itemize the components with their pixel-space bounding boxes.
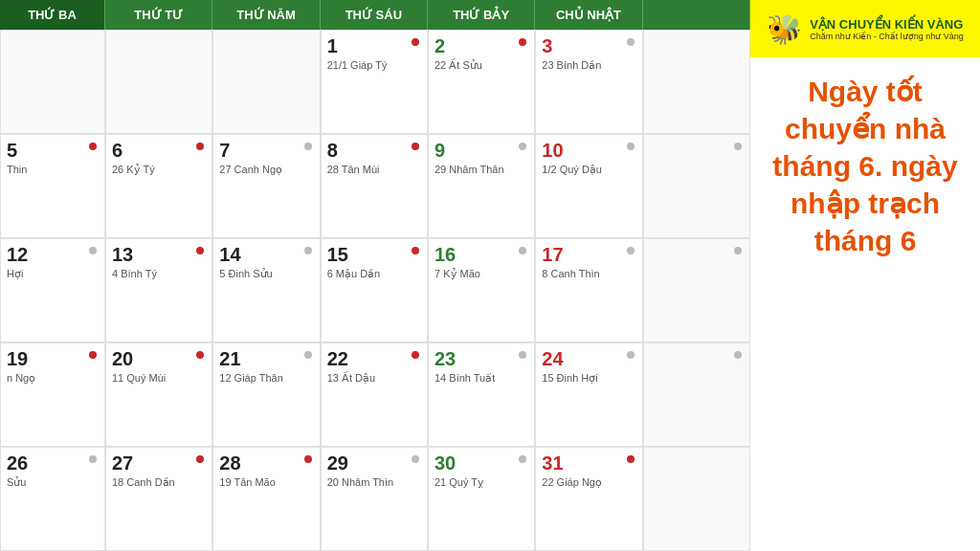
- lunar-date: 14 Bính Tuất: [434, 372, 528, 385]
- lunar-date: n Ngọ: [7, 372, 99, 385]
- logo-area: 🐝 VẬN CHUYỂN KIẾN VÀNG Chăm như Kiến - C…: [750, 0, 980, 57]
- header-thu-ba: THỨ BA: [0, 0, 105, 30]
- day-cell-9: 9 29 Nhâm Thân: [428, 134, 535, 238]
- day-number: 30: [434, 452, 528, 474]
- day-cell-5: 5 Thin: [0, 134, 105, 238]
- lunar-date: 22 Ất Sửu: [434, 59, 528, 72]
- day-number: 31: [542, 452, 635, 474]
- dot-red: [304, 455, 312, 463]
- header-thu-bay: THỨ BẢY: [428, 0, 535, 30]
- dot-gray: [627, 38, 635, 46]
- day-number: 24: [542, 347, 635, 370]
- lunar-date: 29 Nhâm Thân: [434, 164, 528, 175]
- day-number: 26: [7, 452, 99, 474]
- day-number: 14: [219, 243, 313, 266]
- lunar-date: 23 Bính Dần: [542, 59, 635, 72]
- day-cell-empty-end: [643, 447, 750, 551]
- day-number: 2: [434, 34, 528, 57]
- day-cell-15: 15 6 Mậu Dần: [321, 238, 428, 342]
- dot-red: [412, 143, 419, 150]
- lunar-date: 27 Canh Ngọ: [219, 164, 313, 176]
- dot-gray: [734, 143, 742, 150]
- day-cell-3: 3 23 Bính Dần: [535, 30, 642, 134]
- dot-red: [89, 143, 97, 150]
- day-cell-12: 12 Hợi: [0, 238, 105, 342]
- day-cell-empty: [212, 30, 320, 134]
- dot-gray: [734, 351, 742, 359]
- day-cell-18-partial: [643, 238, 750, 342]
- dot-red: [89, 351, 97, 359]
- dot-gray: [412, 455, 419, 463]
- day-cell-2: 2 22 Ất Sửu: [428, 30, 535, 134]
- day-cell-8: 8 28 Tân Mùi: [321, 134, 428, 238]
- dot-gray: [627, 351, 635, 359]
- day-cell-28: 28 19 Tân Mão: [212, 447, 320, 551]
- day-cell-25-partial: [643, 342, 750, 447]
- day-cell-23: 23 14 Bính Tuất: [428, 342, 535, 447]
- logo-subtitle: Chăm như Kiến - Chất lượng như Vàng: [810, 32, 964, 41]
- calendar-grid: 1 21/1 Giáp Tý 2 22 Ất Sửu 3 23 Bính Dần…: [0, 30, 750, 551]
- day-cell-21: 21 12 Giáp Thân: [212, 342, 320, 447]
- day-number: 10: [542, 139, 635, 162]
- lunar-date: 18 Canh Dần: [112, 476, 206, 489]
- logo-text: VẬN CHUYỂN KIẾN VÀNG Chăm như Kiến - Chấ…: [810, 17, 964, 41]
- day-cell-empty: [105, 30, 212, 134]
- dot-gray: [304, 143, 312, 150]
- day-cell-19: 19 n Ngọ: [0, 342, 105, 447]
- lunar-date: 11 Quý Mùi: [112, 372, 206, 384]
- lunar-date: 12 Giáp Thân: [219, 372, 313, 384]
- day-number: 13: [112, 243, 206, 266]
- day-cell-27: 27 18 Canh Dần: [105, 447, 212, 551]
- day-number: 29: [327, 452, 421, 474]
- day-number: 5: [7, 139, 99, 162]
- dot-red: [412, 351, 419, 359]
- day-cell-30: 30 21 Quý Tỵ: [428, 447, 535, 551]
- lunar-date: 5 Đinh Sửu: [219, 268, 313, 280]
- header-extra: [643, 0, 750, 30]
- dot-gray: [627, 247, 635, 254]
- day-cell-22: 22 13 Ất Dậu: [321, 342, 428, 447]
- day-number: 16: [434, 243, 528, 266]
- lunar-date: 26 Kỷ Tý: [112, 164, 206, 176]
- day-number: 3: [542, 34, 635, 57]
- calendar-section: THỨ BA THỨ TƯ THỨ NĂM THỨ SÁU THỨ BẢY CH…: [0, 0, 750, 551]
- dot-gray: [89, 455, 97, 463]
- dot-gray: [627, 143, 635, 150]
- header-thu-nam: THỨ NĂM: [212, 0, 320, 30]
- logo-title: VẬN CHUYỂN KIẾN VÀNG: [810, 17, 964, 32]
- day-number: 17: [542, 243, 635, 266]
- day-number: 20: [112, 347, 206, 370]
- day-cell-14: 14 5 Đinh Sửu: [212, 238, 320, 342]
- day-cell-1: 1 21/1 Giáp Tý: [321, 30, 428, 134]
- lunar-date: 20 Nhâm Thìn: [327, 476, 421, 488]
- lunar-date: 21/1 Giáp Tý: [327, 59, 421, 71]
- day-number: 12: [7, 243, 99, 266]
- day-number: 22: [327, 347, 421, 370]
- day-number: 9: [434, 139, 528, 162]
- day-cell-7: 7 27 Canh Ngọ: [212, 134, 320, 238]
- day-number: 23: [434, 347, 528, 370]
- day-cell-13: 13 4 Bính Tý: [105, 238, 212, 342]
- day-number: 6: [112, 139, 206, 162]
- day-cell-11-partial: [643, 134, 750, 238]
- lunar-date: 4 Bính Tý: [112, 268, 206, 279]
- dot-gray: [89, 247, 97, 254]
- day-cell-26: 26 Sửu: [0, 447, 105, 551]
- day-cell-empty: [0, 30, 105, 134]
- lunar-date: 8 Canh Thìn: [542, 268, 635, 279]
- day-cell-16: 16 7 Kỷ Mão: [428, 238, 535, 342]
- day-number: 15: [327, 243, 421, 266]
- header-chu-nhat: CHỦ NHẬT: [535, 0, 642, 30]
- day-cell-20: 20 11 Quý Mùi: [105, 342, 212, 447]
- right-panel: 🐝 VẬN CHUYỂN KIẾN VÀNG Chăm như Kiến - C…: [750, 0, 980, 551]
- calendar-header: THỨ BA THỨ TƯ THỨ NĂM THỨ SÁU THỨ BẢY CH…: [0, 0, 750, 30]
- dot-red: [627, 455, 635, 463]
- day-cell-31: 31 22 Giáp Ngọ: [535, 447, 642, 551]
- lunar-date: 7 Kỷ Mão: [434, 268, 528, 280]
- day-cell-10: 10 1/2 Quý Dậu: [535, 134, 642, 238]
- lunar-date: Thin: [7, 164, 99, 175]
- lunar-date: 13 Ất Dậu: [327, 372, 421, 385]
- dot-red: [412, 38, 419, 46]
- promo-text: Ngày tốt chuyển nhà tháng 6. ngày nhập t…: [750, 57, 980, 551]
- day-cell-29: 29 20 Nhâm Thìn: [321, 447, 428, 551]
